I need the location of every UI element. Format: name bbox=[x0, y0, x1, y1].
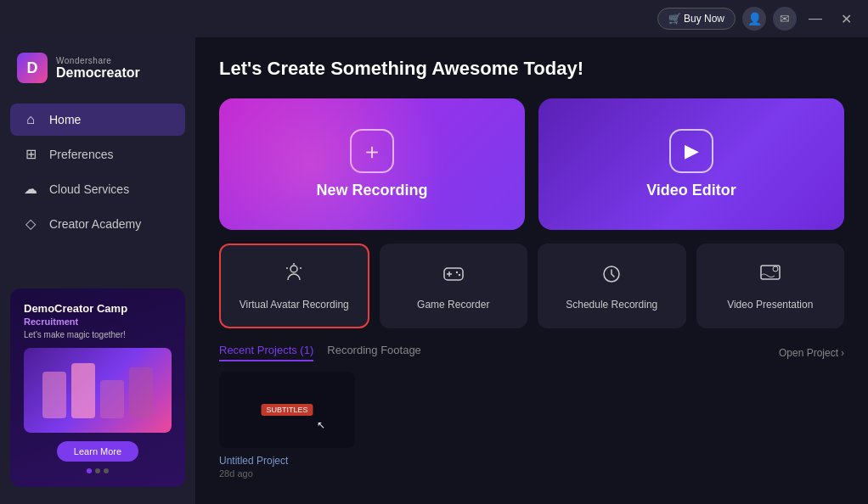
video-editor-card[interactable]: ▶ Video Editor bbox=[538, 98, 844, 230]
open-project-link[interactable]: Open Project › bbox=[779, 347, 844, 359]
sidebar-item-creator-academy-label: Creator Academy bbox=[49, 217, 141, 231]
project-thumbnail: SUBTITLES ↖ bbox=[219, 372, 355, 448]
sidebar-item-preferences[interactable]: ⊞ Preferences bbox=[10, 137, 185, 171]
sidebar-item-creator-academy[interactable]: ◇ Creator Academy bbox=[10, 207, 185, 240]
cloud-icon: ☁ bbox=[22, 181, 39, 197]
main-content: Let's Create Something Awesome Today! ＋ … bbox=[195, 37, 868, 504]
app-body: D Wondershare Democreator ⌂ Home ⊞ Prefe… bbox=[0, 37, 868, 504]
svg-point-4 bbox=[456, 272, 458, 273]
schedule-recording-card[interactable]: Schedule Recording bbox=[538, 244, 686, 328]
recent-header: Recent Projects (1) Recording Footage Op… bbox=[219, 344, 844, 361]
svg-point-5 bbox=[459, 274, 460, 276]
video-editor-icon: ▶ bbox=[669, 129, 713, 173]
game-recorder-icon bbox=[442, 261, 465, 290]
sidebar-item-home[interactable]: ⌂ Home bbox=[10, 104, 185, 136]
logo-brand: Wondershare bbox=[56, 56, 140, 65]
title-bar: 🛒 Buy Now 👤 ✉ — ✕ bbox=[0, 0, 868, 37]
virtual-avatar-card[interactable]: Virtual Avatar Recording bbox=[219, 244, 369, 328]
cursor-icon: ↖ bbox=[317, 419, 325, 431]
banner-title: DemoCreator Camp bbox=[24, 302, 172, 315]
video-editor-label: Video Editor bbox=[646, 182, 736, 199]
video-presentation-icon bbox=[758, 261, 782, 290]
projects-grid: SUBTITLES ↖ Untitled Project 28d ago bbox=[219, 372, 844, 479]
schedule-recording-icon bbox=[600, 261, 623, 290]
svg-point-0 bbox=[290, 266, 297, 272]
sidebar-item-cloud-services[interactable]: ☁ Cloud Services bbox=[10, 172, 185, 205]
mail-icon[interactable]: ✉ bbox=[773, 7, 797, 31]
nav-items: ⌂ Home ⊞ Preferences ☁ Cloud Services ◇ … bbox=[0, 100, 195, 280]
tab-recent-projects[interactable]: Recent Projects (1) bbox=[219, 344, 313, 361]
user-avatar-icon[interactable]: 👤 bbox=[742, 7, 766, 31]
minimize-button[interactable]: — bbox=[803, 7, 827, 31]
banner-dot-2 bbox=[95, 468, 100, 473]
new-recording-icon: ＋ bbox=[350, 129, 394, 173]
banner-image bbox=[24, 348, 172, 433]
sidebar-item-cloud-services-label: Cloud Services bbox=[49, 182, 129, 196]
thumbnail-inner: SUBTITLES ↖ bbox=[219, 372, 355, 448]
banner-dot-1 bbox=[87, 468, 92, 473]
logo-area: D Wondershare Democreator bbox=[0, 37, 195, 100]
banner-subtitle: Recruitment bbox=[24, 316, 172, 327]
sidebar-item-home-label: Home bbox=[49, 113, 81, 126]
new-recording-label: New Recording bbox=[316, 182, 427, 199]
sidebar: D Wondershare Democreator ⌂ Home ⊞ Prefe… bbox=[0, 37, 195, 504]
banner-dots bbox=[24, 468, 172, 473]
banner-learn-more-button[interactable]: Learn More bbox=[57, 441, 138, 462]
tabs: Recent Projects (1) Recording Footage bbox=[219, 344, 421, 361]
app-logo: D bbox=[17, 53, 48, 83]
schedule-recording-label: Schedule Recording bbox=[566, 299, 657, 311]
project-age: 28d ago bbox=[219, 468, 355, 479]
top-cards: ＋ New Recording ▶ Video Editor bbox=[219, 98, 844, 230]
tab-recording-footage[interactable]: Recording Footage bbox=[327, 344, 421, 361]
sidebar-item-preferences-label: Preferences bbox=[49, 148, 113, 161]
project-name: Untitled Project bbox=[219, 455, 355, 467]
home-icon: ⌂ bbox=[22, 112, 39, 127]
banner-dot-3 bbox=[104, 468, 109, 473]
video-presentation-card[interactable]: Video Presentation bbox=[696, 244, 845, 328]
thumbnail-label: SUBTITLES bbox=[261, 404, 313, 416]
feature-cards: Virtual Avatar Recording Game Recorder bbox=[219, 244, 844, 328]
game-recorder-label: Game Recorder bbox=[417, 299, 489, 311]
sidebar-banner: DemoCreator Camp Recruitment Let's make … bbox=[10, 288, 185, 487]
new-recording-card[interactable]: ＋ New Recording bbox=[219, 98, 525, 230]
banner-tagline: Let's make magic together! bbox=[24, 330, 172, 339]
video-presentation-label: Video Presentation bbox=[727, 299, 813, 311]
close-button[interactable]: ✕ bbox=[834, 7, 858, 31]
chevron-right-icon: › bbox=[841, 347, 844, 359]
svg-point-8 bbox=[773, 266, 778, 272]
virtual-avatar-label: Virtual Avatar Recording bbox=[240, 299, 349, 311]
logo-text: Wondershare Democreator bbox=[56, 56, 140, 81]
game-recorder-card[interactable]: Game Recorder bbox=[380, 244, 528, 328]
recent-section: Recent Projects (1) Recording Footage Op… bbox=[219, 344, 844, 487]
virtual-avatar-icon bbox=[282, 261, 306, 290]
buy-now-button[interactable]: 🛒 Buy Now bbox=[657, 8, 736, 30]
project-card[interactable]: SUBTITLES ↖ Untitled Project 28d ago bbox=[219, 372, 355, 479]
creator-academy-icon: ◇ bbox=[22, 216, 39, 232]
logo-name: Democreator bbox=[56, 65, 140, 81]
page-title: Let's Create Something Awesome Today! bbox=[219, 58, 844, 80]
preferences-icon: ⊞ bbox=[22, 146, 39, 162]
